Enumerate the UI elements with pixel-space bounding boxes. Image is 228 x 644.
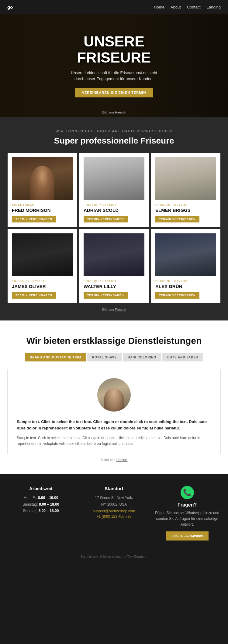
hero-section: UNSERE FRISEURE Unsere Leidenschaft für …	[0, 14, 228, 117]
team-name-james: JAMES OLIVER	[12, 284, 73, 289]
logo[interactable]: go	[7, 5, 13, 10]
standort-address1: 17 Green St, New York,	[81, 495, 148, 501]
footer-grid: Arbeitszeit Mo – Fr: 8.00 – 19.00 Samsta…	[7, 486, 221, 541]
team-btn-elmer[interactable]: TERMIN VEREINBAREN	[155, 216, 199, 222]
team-credit: Bild von Freepik	[7, 308, 221, 311]
team-section-label: WIR KÖNNEN IHRE GROSSARTIGKEIT VERWIRKLI…	[7, 129, 221, 133]
nav-home[interactable]: Home	[154, 5, 164, 9]
footer-arbeitszeit: Arbeitszeit Mo – Fr: 8.00 – 19.00 Samsta…	[7, 486, 74, 541]
footer-bottom-text: Sample text. Click to select the Text El…	[7, 555, 221, 558]
team-name-fred: FRED MORRISON	[12, 208, 73, 213]
team-card-adrian: FRISEUR / STYLIST ADRIAN SCOLD TERMIN VE…	[79, 153, 149, 227]
team-name-adrian: ADRIAN SCOLD	[84, 208, 144, 213]
team-role-adrian: FRISEUR / STYLIST	[84, 203, 144, 206]
service-text-bold: Sample text. Click to select the text bo…	[17, 419, 211, 432]
team-name-alex: ALEX GRÜN	[155, 284, 216, 289]
team-role-elmer: FRISEUR / STYLIST	[155, 203, 216, 206]
footer-standort: Standort 17 Green St, New York, NY 10002…	[81, 486, 148, 541]
tab-beard[interactable]: BEARD AND MUSTACHE TRIM	[25, 353, 86, 361]
team-card-alex: FRISEUR / STYLIST ALEX GRÜN TERMIN VEREI…	[151, 229, 220, 303]
team-card-walter: FRISEUR / STYLIST WALTER LILLY TERMIN VE…	[79, 229, 149, 303]
service-content-panel: Sample text. Click to select the text bo…	[7, 369, 221, 454]
hero-cta-button[interactable]: VEREINBAREN SIE EINEN TERMIN	[75, 88, 154, 97]
team-image-alex	[155, 233, 216, 276]
team-btn-fred[interactable]: TERMIN VEREINBAREN	[12, 216, 56, 222]
hero-subtitle: Unsere Leidenschaft für die Friseurkunst…	[68, 70, 160, 82]
services-credit: Bilder von Freepik	[7, 458, 221, 462]
tab-coloring[interactable]: HAIR COLORING	[123, 353, 161, 361]
hero-credit: Bild von Freepik	[102, 110, 126, 114]
standort-address2: NY 10002, USA	[81, 501, 148, 508]
standort-title: Standort	[81, 486, 148, 491]
hours-row-sonntag: Sonntag: 8.00 – 18.00	[7, 508, 74, 514]
team-section-title: Super professionelle Friseure	[7, 136, 221, 146]
team-image-elmer	[155, 157, 216, 200]
footer-kontakt: 📞 Fragen? Fügen Sie uns bei WhatsApp hin…	[154, 486, 221, 541]
team-image-fred	[12, 157, 73, 200]
team-card-fred: EIGENTÜMER FRED MORRISON TERMIN VEREINBA…	[8, 153, 77, 227]
hero-title: UNSERE FRISEURE	[68, 34, 160, 66]
team-credit-link[interactable]: Freepik	[115, 308, 126, 311]
fragen-title: Fragen?	[154, 502, 221, 508]
nav-links: Home About Contact Landing	[154, 5, 221, 9]
team-btn-james[interactable]: TERMIN VEREINBAREN	[12, 292, 56, 299]
footer: Arbeitszeit Mo – Fr: 8.00 – 19.00 Samsta…	[0, 474, 228, 564]
team-btn-alex[interactable]: TERMIN VEREINBAREN	[155, 292, 199, 299]
team-role-james: FRISEUR / STYLIST	[12, 280, 73, 283]
hero-content: UNSERE FRISEURE Unsere Leidenschaft für …	[68, 34, 160, 98]
nav-contact[interactable]: Contact	[187, 5, 201, 9]
team-name-walter: WALTER LILLY	[84, 284, 144, 289]
services-title: Wir bieten erstklassige Dienstleistungen	[7, 336, 221, 346]
nav-landing[interactable]: Landing	[207, 5, 221, 9]
service-text-normal: Sample text. Click to select the text bo…	[17, 435, 211, 447]
whatsapp-button[interactable]: +12-345-678-89089	[166, 531, 209, 541]
hours-row-mofr: Mo – Fr: 8.00 – 19.00	[7, 495, 74, 501]
hero-credit-link[interactable]: Freepik	[115, 110, 126, 114]
team-card-elmer: FRISEUR / STYLIST ELMER BRIGGS TERMIN VE…	[151, 153, 220, 227]
standort-phone[interactable]: +1 (800) 123 456 789	[81, 514, 148, 519]
arbeitszeit-title: Arbeitszeit	[7, 486, 74, 491]
footer-bottom: Sample text. Click to select the Text El…	[7, 550, 221, 558]
team-role-walter: FRISEUR / STYLIST	[84, 280, 144, 283]
team-image-walter	[84, 233, 144, 276]
team-image-adrian	[84, 157, 144, 200]
nav-about[interactable]: About	[171, 5, 181, 9]
service-tabs: BEARD AND MUSTACHE TRIM ROYAL SHAVE HAIR…	[7, 353, 221, 361]
team-name-elmer: ELMER BRIGGS	[155, 208, 216, 213]
team-image-james	[12, 233, 73, 276]
navbar: go Home About Contact Landing	[0, 0, 228, 14]
service-portrait-image	[97, 378, 131, 412]
services-section: Wir bieten erstklassige Dienstleistungen…	[0, 320, 228, 474]
fragen-text: Fügen Sie uns bei WhatsApp hinzu und sen…	[154, 510, 221, 528]
team-btn-walter[interactable]: TERMIN VEREINBAREN	[84, 292, 128, 299]
tab-shave[interactable]: ROYAL SHAVE	[87, 353, 122, 361]
tab-cuts[interactable]: CUTS AND FADES	[162, 353, 203, 361]
team-role-fred: EIGENTÜMER	[12, 203, 73, 206]
team-role-alex: FRISEUR / STYLIST	[155, 280, 216, 283]
team-grid: EIGENTÜMER FRED MORRISON TERMIN VEREINBA…	[8, 153, 220, 303]
team-card-james: FRISEUR / STYLIST JAMES OLIVER TERMIN VE…	[8, 229, 77, 303]
whatsapp-icon[interactable]: 📞	[181, 486, 194, 499]
team-section: WIR KÖNNEN IHRE GROSSARTIGKEIT VERWIRKLI…	[0, 117, 228, 320]
team-btn-adrian[interactable]: TERMIN VEREINBAREN	[84, 216, 128, 222]
hours-row-samstag: Samstag: 8.00 – 18.00	[7, 501, 74, 508]
standort-email[interactable]: support@barbershop.com	[81, 509, 148, 513]
services-credit-link[interactable]: Freepik	[116, 458, 128, 462]
